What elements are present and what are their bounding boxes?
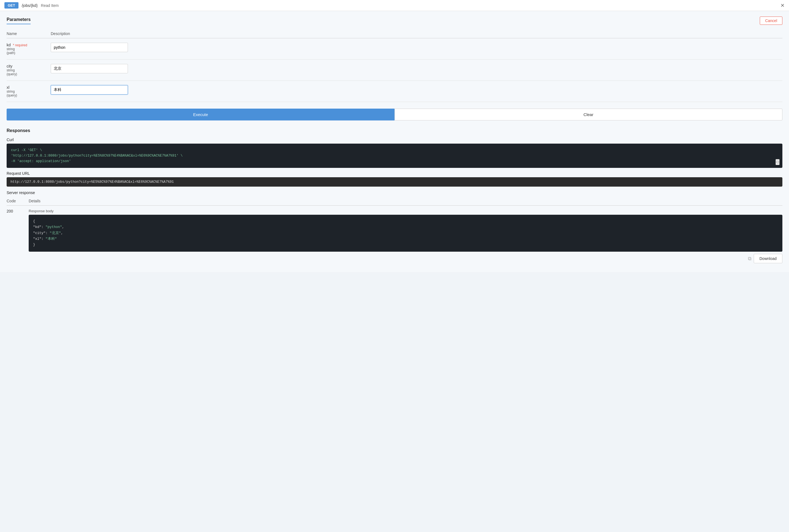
param-row-city: city string (query) xyxy=(6,59,783,81)
param-input-wrapper-kd xyxy=(51,43,783,52)
param-location-xl: (query) xyxy=(6,93,51,97)
body-line5: } xyxy=(33,242,778,248)
col-code: Code xyxy=(6,199,29,203)
table-header: Name Description xyxy=(6,29,783,38)
param-input-xl[interactable] xyxy=(51,85,128,95)
server-response-label: Server response xyxy=(6,190,783,195)
param-name-block-kd: kd * required string (path) xyxy=(6,43,51,55)
body-line1: { xyxy=(33,218,778,224)
body-line4: "xl": "本科" xyxy=(33,236,778,242)
responses-title: Responses xyxy=(6,128,783,133)
clear-button[interactable]: Clear xyxy=(394,109,783,120)
col-name: Name xyxy=(6,32,51,36)
endpoint-path: /jobs/{kd} xyxy=(22,3,38,8)
parameters-section: Parameters Cancel Name Description kd * … xyxy=(6,17,783,120)
param-required-kd: * required xyxy=(13,43,27,47)
execute-button[interactable]: Execute xyxy=(6,109,394,120)
body-line2: "kd": "python", xyxy=(33,224,778,230)
curl-copy-button[interactable]: ⧉ xyxy=(775,159,779,165)
endpoint-description: Read Item xyxy=(41,3,59,8)
download-button[interactable]: Download xyxy=(754,254,783,263)
curl-line2: 'http://127.0.0.1:8080/jobs/python?city=… xyxy=(11,153,778,158)
main-panel: Parameters Cancel Name Description kd * … xyxy=(0,11,789,272)
request-url-block: http://127.0.0.1:8080/jobs/python?city=%… xyxy=(6,177,783,187)
response-body-label: Response body xyxy=(29,209,783,213)
cancel-button[interactable]: Cancel xyxy=(760,17,783,25)
param-row-xl: xl string (query) xyxy=(6,81,783,102)
param-name-city: city xyxy=(6,64,13,68)
curl-line3: -H 'accept: application/json' xyxy=(11,158,778,164)
response-table-header: Code Details xyxy=(6,196,783,206)
body-line3: "city": "北京", xyxy=(33,230,778,236)
param-input-wrapper-city xyxy=(51,64,783,73)
param-type-kd: string xyxy=(6,47,51,51)
close-button[interactable]: ✕ xyxy=(781,2,785,8)
param-input-kd[interactable] xyxy=(51,43,128,52)
response-row-200: 200 Response body { "kd": "python", "cit… xyxy=(6,206,783,267)
responses-section: Responses Curl curl -X 'GET' \ 'http://1… xyxy=(6,128,783,267)
request-url-section: Request URL http://127.0.0.1:8080/jobs/p… xyxy=(6,171,783,187)
parameters-title: Parameters xyxy=(6,17,31,24)
param-row-kd: kd * required string (path) xyxy=(6,38,783,59)
col-details: Details xyxy=(29,199,783,203)
response-actions: ⧉ Download xyxy=(29,254,783,263)
section-header: Parameters Cancel xyxy=(6,17,783,25)
param-type-city: string xyxy=(6,68,51,72)
parameters-table: Name Description kd * required string (p… xyxy=(6,29,783,102)
param-name-block-city: city string (query) xyxy=(6,64,51,76)
header-bar: GET /jobs/{kd} Read Item ✕ xyxy=(0,0,789,11)
response-body-block: { "kd": "python", "city": "北京", "xl": "本… xyxy=(29,215,783,252)
param-type-xl: string xyxy=(6,90,51,93)
curl-line1: curl -X 'GET' \ xyxy=(11,148,778,153)
response-details: Response body { "kd": "python", "city": … xyxy=(29,209,783,263)
param-location-kd: (path) xyxy=(6,51,51,55)
main-container: GET /jobs/{kd} Read Item ✕ Parameters Ca… xyxy=(0,0,789,532)
curl-code-block: curl -X 'GET' \ 'http://127.0.0.1:8080/j… xyxy=(6,144,783,168)
param-name-xl: xl xyxy=(6,85,10,90)
param-name-kd: kd * required xyxy=(6,43,27,47)
action-row: Execute Clear xyxy=(6,109,783,120)
col-description: Description xyxy=(51,32,783,36)
param-input-city[interactable] xyxy=(51,64,128,73)
curl-section: Curl curl -X 'GET' \ 'http://127.0.0.1:8… xyxy=(6,137,783,168)
response-copy-button[interactable]: ⧉ xyxy=(748,256,752,262)
request-url-label: Request URL xyxy=(6,171,783,176)
method-badge: GET xyxy=(4,2,18,8)
param-name-block-xl: xl string (query) xyxy=(6,85,51,97)
param-location-city: (query) xyxy=(6,72,51,76)
param-input-wrapper-xl xyxy=(51,85,783,95)
curl-label: Curl xyxy=(6,137,783,142)
response-code-200: 200 xyxy=(6,209,29,213)
server-response-section: Server response Code Details 200 Respons… xyxy=(6,190,783,267)
